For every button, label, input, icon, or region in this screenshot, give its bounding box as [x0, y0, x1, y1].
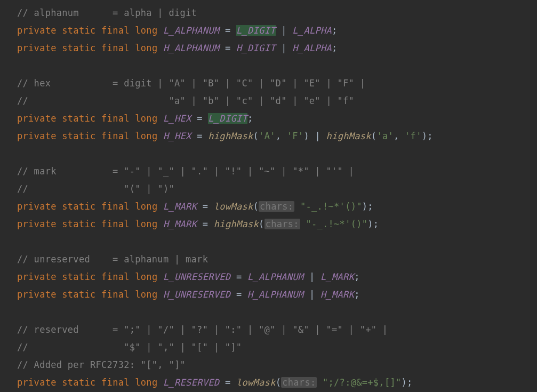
op: ( — [371, 131, 377, 141]
keyword: private — [17, 289, 57, 300]
op: = — [219, 25, 236, 36]
op: ( — [253, 201, 259, 212]
keyword: long — [135, 271, 157, 282]
op: = — [191, 113, 209, 124]
field: L_RESERVED — [163, 377, 219, 388]
op: ; — [367, 201, 373, 212]
keyword: static — [62, 25, 95, 36]
keyword: final — [101, 131, 130, 141]
string: "-_.!~*'()" — [300, 201, 362, 212]
comment: // "a" | "b" | "c" | "d" | "e" | "f" — [17, 95, 354, 106]
param-hint: chars: — [259, 201, 294, 212]
op: ; — [407, 377, 413, 388]
field-highlighted: L_DIGIT — [208, 113, 247, 124]
keyword: private — [17, 113, 57, 124]
keyword: private — [17, 271, 57, 282]
keyword: static — [62, 131, 95, 141]
op: ; — [332, 25, 338, 36]
field: L_MARK — [163, 201, 197, 212]
comment: // reserved = ";" | "/" | "?" | ":" | "@… — [17, 324, 388, 335]
op: ; — [373, 219, 379, 229]
field: H_HEX — [163, 131, 191, 141]
comment: // "$" | "," | "[" | "]" — [17, 342, 242, 353]
keyword: final — [101, 271, 130, 282]
op: ; — [354, 289, 360, 300]
field-highlighted: L_DIGIT — [236, 25, 276, 36]
field: H_DIGIT — [236, 43, 276, 53]
keyword: static — [62, 377, 95, 388]
field: L_UNRESERVED — [163, 271, 230, 282]
keyword: long — [135, 25, 157, 36]
op: ( — [259, 219, 265, 229]
op: ; — [247, 113, 253, 124]
comment: // alphanum = alpha | digit — [17, 7, 197, 18]
op: ) — [362, 201, 368, 212]
keyword: final — [101, 43, 130, 53]
keyword: static — [62, 113, 95, 124]
field: H_ALPHA — [292, 43, 332, 53]
keyword: private — [17, 131, 57, 141]
op: = — [230, 289, 247, 300]
method-call: highMask — [208, 131, 253, 141]
keyword: private — [17, 219, 57, 229]
keyword: long — [135, 131, 157, 141]
op: ) — [422, 131, 428, 141]
string: 'a' — [376, 131, 394, 141]
field: H_MARK — [163, 219, 197, 229]
field: L_HEX — [163, 113, 191, 124]
op: = — [197, 201, 214, 212]
string: 'f' — [405, 131, 422, 141]
comment: // "(" | ")" — [17, 183, 174, 194]
keyword: long — [135, 201, 157, 212]
op: | — [276, 43, 293, 53]
op: ( — [276, 377, 282, 388]
op: , — [276, 131, 287, 141]
op: , — [394, 131, 405, 141]
method-call: highMask — [214, 219, 259, 229]
keyword: final — [101, 219, 130, 229]
code-editor[interactable]: // alphanum = alpha | digit private stat… — [0, 0, 537, 391]
field: H_ALPHANUM — [163, 43, 219, 53]
keyword: static — [62, 219, 95, 229]
keyword: long — [135, 289, 157, 300]
op: = — [230, 271, 247, 282]
keyword: static — [62, 289, 95, 300]
op: = — [219, 43, 236, 53]
keyword: final — [101, 25, 130, 36]
op: ( — [253, 131, 259, 141]
string: ";/?:@&=+$,[]" — [323, 377, 402, 388]
keyword: final — [101, 201, 130, 212]
field: H_UNRESERVED — [163, 289, 230, 300]
keyword: final — [101, 289, 130, 300]
field: H_MARK — [320, 289, 354, 300]
keyword: private — [17, 25, 57, 36]
method-call: highMask — [326, 131, 371, 141]
op: ) — [402, 377, 407, 388]
op: ; — [332, 43, 338, 53]
string: 'F' — [287, 131, 304, 141]
param-hint: chars: — [265, 219, 300, 229]
string: 'A' — [259, 131, 276, 141]
op: | — [303, 271, 320, 282]
field: L_ALPHA — [292, 25, 332, 36]
keyword: long — [135, 43, 157, 53]
keyword: private — [17, 201, 57, 212]
field: L_MARK — [320, 271, 354, 282]
op: | — [276, 25, 293, 36]
op: = — [219, 377, 236, 388]
field: L_ALPHANUM — [247, 271, 303, 282]
op: | — [309, 131, 326, 141]
keyword: private — [17, 43, 57, 53]
op: ) — [367, 219, 373, 229]
param-hint: chars: — [281, 377, 317, 388]
string: "-_.!~*'()" — [306, 219, 367, 229]
keyword: long — [135, 113, 157, 124]
comment: // Added per RFC2732: "[", "]" — [17, 359, 186, 370]
keyword: final — [101, 113, 130, 124]
keyword: private — [17, 377, 57, 388]
comment: // unreserved = alphanum | mark — [17, 254, 208, 265]
comment: // mark = "-" | "_" | "." | "!" | "~" | … — [17, 166, 354, 177]
keyword: long — [135, 219, 157, 229]
field: H_ALPHANUM — [247, 289, 303, 300]
op: ; — [354, 271, 360, 282]
